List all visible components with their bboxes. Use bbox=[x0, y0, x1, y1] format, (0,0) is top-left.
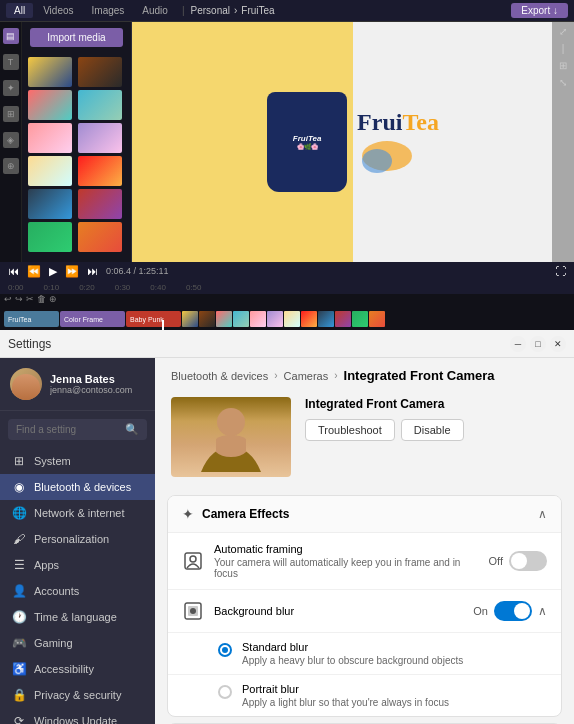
svg-point-7 bbox=[190, 608, 196, 614]
sidebar-item-bluetooth[interactable]: ◉ Bluetooth & devices bbox=[0, 474, 155, 500]
overlay-icon[interactable]: ⊕ bbox=[3, 158, 19, 174]
play-icon[interactable]: ▶ bbox=[49, 265, 57, 278]
bg-blur-chevron-icon[interactable]: ∧ bbox=[538, 604, 547, 618]
tab-all[interactable]: All bbox=[6, 3, 33, 18]
strip-thumb-10[interactable] bbox=[335, 311, 351, 327]
breadcrumb-cameras[interactable]: Cameras bbox=[284, 370, 329, 382]
standard-blur-radio[interactable] bbox=[218, 643, 232, 657]
import-media-button[interactable]: Import media bbox=[30, 28, 123, 47]
strip-thumb-12[interactable] bbox=[369, 311, 385, 327]
tl-undo-icon[interactable]: ↩ bbox=[4, 294, 12, 304]
sidebar-item-personalization[interactable]: 🖌 Personalization bbox=[0, 526, 155, 552]
sidebar-item-network[interactable]: 🌐 Network & internet bbox=[0, 500, 155, 526]
update-icon: ⟳ bbox=[12, 714, 26, 724]
transition-icon[interactable]: ◈ bbox=[3, 132, 19, 148]
strip-thumb-6[interactable] bbox=[267, 311, 283, 327]
tl-redo-icon[interactable]: ↪ bbox=[15, 294, 23, 304]
effects-icon[interactable]: ✦ bbox=[3, 80, 19, 96]
media-thumb-4[interactable] bbox=[78, 90, 122, 120]
breadcrumb-personal[interactable]: Personal bbox=[191, 5, 230, 16]
apps-icon: ☰ bbox=[12, 558, 26, 572]
strip-thumb-4[interactable] bbox=[233, 311, 249, 327]
fullscreen-icon[interactable]: ⛶ bbox=[555, 265, 566, 277]
search-box[interactable]: 🔍 bbox=[8, 419, 147, 440]
clip-fruitea[interactable]: FruiTea bbox=[4, 311, 59, 327]
strip-thumb-5[interactable] bbox=[250, 311, 266, 327]
effects-panel-header[interactable]: ✦ Camera Effects ∧ bbox=[168, 496, 561, 533]
disable-button[interactable]: Disable bbox=[401, 419, 464, 441]
text-icon[interactable]: T bbox=[3, 54, 19, 70]
skip-forward-icon[interactable]: ⏭ bbox=[87, 265, 98, 277]
timeline-playhead[interactable] bbox=[162, 320, 164, 330]
sidebar-item-accounts[interactable]: 👤 Accounts bbox=[0, 578, 155, 604]
sidebar-item-gaming[interactable]: 🎮 Gaming bbox=[0, 630, 155, 656]
sidebar-item-privacy[interactable]: 🔒 Privacy & security bbox=[0, 682, 155, 708]
portrait-blur-title: Portrait blur bbox=[242, 683, 547, 695]
portrait-blur-radio[interactable] bbox=[218, 685, 232, 699]
bg-blur-status: On bbox=[473, 605, 488, 617]
media-thumb-5[interactable] bbox=[28, 123, 72, 153]
tl-delete-icon[interactable]: 🗑 bbox=[37, 294, 46, 304]
media-thumb-12[interactable] bbox=[78, 222, 122, 252]
breadcrumb-fruitea[interactable]: FruiTea bbox=[241, 5, 274, 16]
minimize-button[interactable]: ─ bbox=[510, 336, 526, 352]
auto-framing-toggle[interactable] bbox=[509, 551, 547, 571]
standard-blur-option[interactable]: Standard blur Apply a heavy blur to obsc… bbox=[168, 633, 561, 675]
tab-videos[interactable]: Videos bbox=[35, 3, 81, 18]
network-icon: 🌐 bbox=[12, 506, 26, 520]
sidebar-item-update[interactable]: ⟳ Windows Update bbox=[0, 708, 155, 724]
sidebar-item-apps[interactable]: ☰ Apps bbox=[0, 552, 155, 578]
media-icon[interactable]: ▤ bbox=[3, 28, 19, 44]
settings-body: Jenna Bates jenna@contoso.com 🔍 ⊞ System bbox=[0, 358, 574, 724]
split-icon[interactable]: | bbox=[562, 43, 565, 54]
auto-framing-icon bbox=[182, 550, 204, 572]
clip-baby[interactable]: Baby Punk bbox=[126, 311, 181, 327]
fast-forward-icon[interactable]: ⏩ bbox=[65, 265, 79, 278]
strip-thumb-1[interactable] bbox=[182, 311, 198, 327]
strip-thumb-7[interactable] bbox=[284, 311, 300, 327]
tab-audio[interactable]: Audio bbox=[134, 3, 176, 18]
auto-framing-text: Automatic framing Your camera will autom… bbox=[214, 543, 479, 579]
sidebar-item-accessibility[interactable]: ♿ Accessibility bbox=[0, 656, 155, 682]
tl-split-icon[interactable]: ⊕ bbox=[49, 294, 57, 304]
strip-thumb-8[interactable] bbox=[301, 311, 317, 327]
close-button[interactable]: ✕ bbox=[550, 336, 566, 352]
strip-thumb-3[interactable] bbox=[216, 311, 232, 327]
auto-framing-desc: Your camera will automatically keep you … bbox=[214, 557, 479, 579]
media-thumb-9[interactable] bbox=[28, 189, 72, 219]
troubleshoot-button[interactable]: Troubleshoot bbox=[305, 419, 395, 441]
sidebar-item-time[interactable]: 🕐 Time & language bbox=[0, 604, 155, 630]
media-thumb-2[interactable] bbox=[78, 57, 122, 87]
media-thumb-6[interactable] bbox=[78, 123, 122, 153]
strip-thumb-2[interactable] bbox=[199, 311, 215, 327]
media-grid bbox=[22, 53, 131, 256]
media-thumb-8[interactable] bbox=[78, 156, 122, 186]
sidebar-label-system: System bbox=[34, 455, 71, 467]
rewind-icon[interactable]: ⏪ bbox=[27, 265, 41, 278]
crop-icon[interactable]: ⤢ bbox=[559, 26, 567, 37]
filter-icon[interactable]: ⊞ bbox=[3, 106, 19, 122]
tl-cut-icon[interactable]: ✂ bbox=[26, 294, 34, 304]
clip-color[interactable]: Color Frame bbox=[60, 311, 125, 327]
sidebar-item-system[interactable]: ⊞ System bbox=[0, 448, 155, 474]
export-button[interactable]: Export ↓ bbox=[511, 3, 568, 18]
search-input[interactable] bbox=[16, 424, 119, 435]
breadcrumb-bluetooth[interactable]: Bluetooth & devices bbox=[171, 370, 268, 382]
media-thumb-7[interactable] bbox=[28, 156, 72, 186]
strip-thumb-11[interactable] bbox=[352, 311, 368, 327]
maximize-button[interactable]: □ bbox=[530, 336, 546, 352]
tab-images[interactable]: Images bbox=[84, 3, 133, 18]
skip-back-icon[interactable]: ⏮ bbox=[8, 265, 19, 277]
media-thumb-3[interactable] bbox=[28, 90, 72, 120]
breadcrumb-current: Integrated Front Camera bbox=[344, 368, 495, 383]
expand-icon[interactable]: ⤡ bbox=[559, 77, 567, 88]
bg-blur-toggle[interactable] bbox=[494, 601, 532, 621]
user-info: Jenna Bates jenna@contoso.com bbox=[50, 373, 132, 395]
media-thumb-10[interactable] bbox=[78, 189, 122, 219]
time-display: 0:06.4 / 1:25:11 bbox=[106, 266, 169, 276]
strip-thumb-9[interactable] bbox=[318, 311, 334, 327]
zoom-icon[interactable]: ⊞ bbox=[559, 60, 567, 71]
media-thumb-11[interactable] bbox=[28, 222, 72, 252]
media-thumb-1[interactable] bbox=[28, 57, 72, 87]
portrait-blur-option[interactable]: Portrait blur Apply a light blur so that… bbox=[168, 675, 561, 716]
